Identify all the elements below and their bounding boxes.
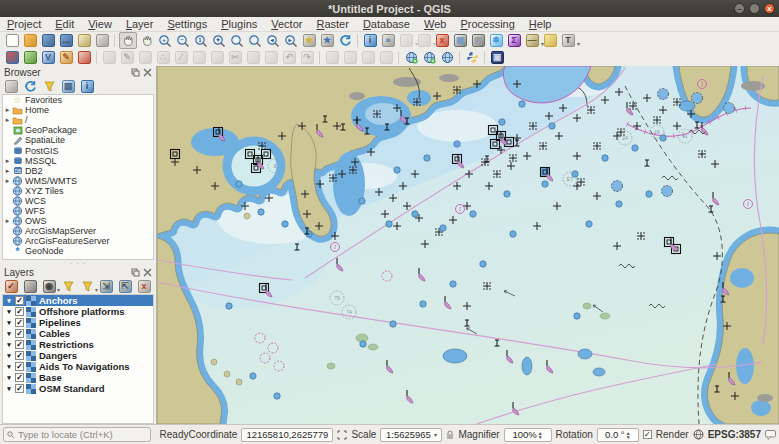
expand-arrow-icon[interactable]: ▸ <box>3 116 12 124</box>
layer-visibility-checkbox[interactable]: ✓ <box>15 373 24 382</box>
text-annotation-icon[interactable]: T▾ <box>560 33 576 48</box>
menu-raster[interactable]: Raster <box>309 18 355 30</box>
minimize-button[interactable]: – <box>734 3 745 14</box>
layer-item-anchors[interactable]: ▾✓Anchors <box>3 295 153 306</box>
manage-map-themes-icon[interactable]: ◉▾ <box>42 279 56 294</box>
crs-button[interactable]: EPSG:3857 <box>708 429 761 440</box>
layer-item-offshore-platforms[interactable]: ▾✓Offshore platforms <box>3 306 153 317</box>
add-selected-layers-icon[interactable] <box>4 79 18 94</box>
remove-layer-icon[interactable]: x <box>137 279 151 294</box>
menu-help[interactable]: Help <box>522 18 559 30</box>
open-attribute-table-icon[interactable]: ▦ <box>452 33 468 48</box>
open-layer-styling-icon[interactable]: ✓ <box>4 279 18 294</box>
layer-visibility-checkbox[interactable]: ✓ <box>15 307 24 316</box>
browser-info-icon[interactable]: i <box>80 79 94 94</box>
layer-item-restrictions[interactable]: ▾✓Restrictions <box>3 339 153 350</box>
new-geopackage-layer-icon[interactable] <box>22 50 38 65</box>
map-canvas[interactable]: 241691ET79749IIII <box>157 66 779 424</box>
expand-arrow-icon[interactable]: ▸ <box>3 106 12 114</box>
pan-to-selection-icon[interactable] <box>139 33 155 48</box>
add-group-icon[interactable] <box>23 279 37 294</box>
field-calculator-icon[interactable]: ▦ <box>470 33 486 48</box>
browser-item-geopackage[interactable]: GeoPackage <box>3 125 153 135</box>
zoom-native-icon[interactable]: 1 <box>193 33 209 48</box>
collapse-arrow-icon[interactable]: ▾ <box>5 374 13 382</box>
layer-visibility-checkbox[interactable]: ✓ <box>15 384 24 393</box>
menu-layer[interactable]: Layer <box>119 18 161 30</box>
collapse-arrow-icon[interactable]: ▾ <box>5 319 13 327</box>
layer-visibility-checkbox[interactable]: ✓ <box>15 362 24 371</box>
collapse-all-icon[interactable]: ⇱ <box>118 279 132 294</box>
collapse-arrow-icon[interactable]: ▾ <box>5 363 13 371</box>
browser-item-favorites[interactable]: ☆Favorites <box>3 95 153 105</box>
locate-input[interactable]: Type to locate (Ctrl+K) <box>3 427 151 442</box>
menu-project[interactable]: Project <box>0 18 48 30</box>
render-checkbox[interactable]: ✓ <box>643 430 652 439</box>
browser-item-xyz-tiles[interactable]: XYZ Tiles <box>3 186 153 196</box>
map-tips-icon[interactable] <box>542 33 558 48</box>
browser-item-db2[interactable]: ▸DBDB2 <box>3 166 153 176</box>
metasearch-icon[interactable] <box>403 50 419 65</box>
rotation-spinbox[interactable]: 0.0 °▲▼ <box>597 428 639 442</box>
zoom-in-icon[interactable]: + <box>157 33 173 48</box>
layer-visibility-checkbox[interactable]: ✓ <box>15 296 24 305</box>
refresh-icon[interactable] <box>337 33 353 48</box>
menu-edit[interactable]: Edit <box>48 18 81 30</box>
layer-visibility-checkbox[interactable]: ✓ <box>15 329 24 338</box>
layer-item-base[interactable]: ▾✓Base <box>3 372 153 383</box>
new-shapefile-layer-icon[interactable]: ✎ <box>58 50 74 65</box>
layer-item-osm-standard[interactable]: ▾✓OSM Standard <box>3 383 153 394</box>
browser-item--[interactable]: ▸/ <box>3 115 153 125</box>
zoom-next-icon[interactable]: ▸ <box>283 33 299 48</box>
browser-item-wfs[interactable]: WFS <box>3 206 153 216</box>
collapse-arrow-icon[interactable]: ▾ <box>5 330 13 338</box>
browser-item-postgis[interactable]: PostGIS <box>3 145 153 155</box>
close-button[interactable]: x <box>764 3 775 14</box>
layer-visibility-checkbox[interactable]: ✓ <box>15 340 24 349</box>
refresh-browser-icon[interactable] <box>23 79 37 94</box>
deselect-features-icon[interactable]: x <box>434 33 450 48</box>
collapse-arrow-icon[interactable]: ▾ <box>5 308 13 316</box>
layer-item-aids-to-navigations[interactable]: ▾✓Aids To Navigations <box>3 361 153 372</box>
menu-settings[interactable]: Settings <box>160 18 214 30</box>
menu-processing[interactable]: Processing <box>453 18 521 30</box>
messages-icon[interactable] <box>765 430 776 440</box>
extents-icon[interactable] <box>337 430 347 440</box>
collapse-arrow-icon[interactable]: ▾ <box>5 341 13 349</box>
new-bookmark-icon[interactable]: ★ <box>301 33 317 48</box>
coordinate-input[interactable]: 12165810,2625779 <box>241 428 333 442</box>
open-project-icon[interactable] <box>22 33 38 48</box>
filter-legend-icon[interactable] <box>61 279 75 294</box>
menu-plugins[interactable]: Plugins <box>214 18 264 30</box>
browser-item-wcs[interactable]: WCS <box>3 196 153 206</box>
zoom-out-icon[interactable]: − <box>175 33 191 48</box>
new-project-icon[interactable] <box>4 33 20 48</box>
magnifier-spinbox[interactable]: 100%▲▼ <box>504 428 552 442</box>
crs-globe-icon[interactable] <box>693 429 704 440</box>
measure-line-icon[interactable]: —▾ <box>524 33 540 48</box>
collapse-arrow-icon[interactable]: ▾ <box>5 352 13 360</box>
osm-place-search-icon[interactable]: ▣ <box>489 50 505 65</box>
scale-combobox[interactable]: 1:5625965▾ <box>380 428 442 442</box>
browser-close-icon[interactable] <box>143 68 152 77</box>
layers-close-icon[interactable] <box>143 268 152 277</box>
properties-widget-icon[interactable]: ▤ <box>61 79 75 94</box>
zoom-to-selection-icon[interactable] <box>229 33 245 48</box>
lock-icon[interactable] <box>446 430 454 440</box>
python-console-icon[interactable] <box>464 50 480 65</box>
menu-vector[interactable]: Vector <box>264 18 309 30</box>
menu-view[interactable]: View <box>81 18 119 30</box>
show-bookmarks-icon[interactable]: ★ <box>319 33 335 48</box>
menu-web[interactable]: Web <box>417 18 453 30</box>
expand-arrow-icon[interactable]: ▸ <box>3 157 12 165</box>
layer-visibility-checkbox[interactable]: ✓ <box>15 351 24 360</box>
new-virtual-layer-icon[interactable]: V <box>40 50 56 65</box>
expand-all-icon[interactable]: ⇲ <box>99 279 113 294</box>
collapse-arrow-icon[interactable]: ▾ <box>5 385 13 393</box>
pan-map-icon[interactable] <box>119 32 137 49</box>
web-plugin-icon[interactable] <box>439 50 455 65</box>
browser-item-ows[interactable]: ▸OWS <box>3 216 153 226</box>
browser-float-icon[interactable] <box>131 68 140 77</box>
browser-item-geonode[interactable]: *GeoNode <box>3 246 153 256</box>
browser-item-wms-wmts[interactable]: ▸WMS/WMTS <box>3 176 153 186</box>
